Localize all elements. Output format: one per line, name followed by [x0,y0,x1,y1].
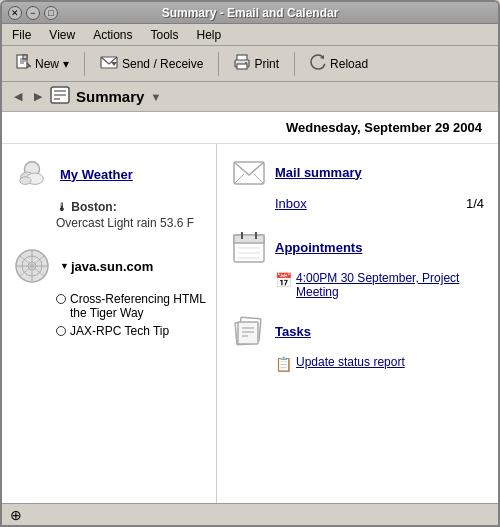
title-bar: ✕ − □ Summary - Email and Calendar [2,2,498,24]
send-receive-button[interactable]: Send / Receive [91,50,212,77]
close-button[interactable]: ✕ [8,6,22,20]
nav-title-label: Summary [76,88,144,105]
nav-title-button[interactable]: Summary ▼ [50,85,161,108]
menu-bar: File View Actions Tools Help [2,24,498,46]
list-item: JAX-RPC Tech Tip [56,324,206,338]
toolbar-separator-3 [294,52,295,76]
inbox-row: Inbox 1/4 [275,196,484,211]
print-icon [234,54,250,73]
main-window: ✕ − □ Summary - Email and Calendar File … [0,0,500,527]
main-grid: My Weather 🌡 Boston: Overcast Light rain… [2,144,498,503]
mail-section-title[interactable]: Mail summary [275,165,362,180]
radio-bullet [56,294,66,304]
news-item-label[interactable]: Cross-Referencing HTML the Tiger Way [70,292,206,320]
nav-forward-button[interactable]: ▶ [30,89,46,105]
svg-rect-41 [238,322,258,344]
appointments-section: Appointments 📅 4:00PM 30 September, Proj… [231,229,484,299]
toolbar-separator-1 [84,52,85,76]
news-items-list: Cross-Referencing HTML the Tiger Way JAX… [56,292,206,338]
location-icon: 🌡 [56,200,68,214]
inbox-link[interactable]: Inbox [275,196,307,211]
weather-description: Overcast Light rain 53.6 F [56,216,206,230]
news-title[interactable]: ▼ java.sun.com [60,259,153,274]
appointment-link[interactable]: 4:00PM 30 September, Project Meeting [296,271,484,299]
print-button[interactable]: Print [225,50,288,77]
menu-file[interactable]: File [6,26,37,44]
send-receive-icon [100,54,118,73]
weather-location: 🌡 Boston: [56,200,206,214]
nav-dropdown-icon: ▼ [150,91,161,103]
radio-bullet [56,326,66,336]
maximize-button[interactable]: □ [44,6,58,20]
date-header: Wednesday, September 29 2004 [2,112,498,144]
mail-icon [231,154,267,190]
toolbar-separator-2 [218,52,219,76]
appointments-section-title[interactable]: Appointments [275,240,362,255]
task-link[interactable]: Update status report [296,355,405,369]
reload-icon [310,54,326,73]
svg-point-12 [245,62,247,64]
minimize-button[interactable]: − [26,6,40,20]
news-item-label[interactable]: JAX-RPC Tech Tip [70,324,169,338]
nav-bar: ◀ ▶ Summary ▼ [2,82,498,112]
weather-header: My Weather [12,154,206,194]
nav-back-button[interactable]: ◀ [10,89,26,105]
tasks-header: Tasks [231,313,484,349]
mail-section: Mail summary Inbox 1/4 [231,154,484,215]
weather-section: My Weather 🌡 Boston: Overcast Light rain… [12,154,206,230]
new-dropdown-icon: ▾ [63,57,69,71]
menu-tools[interactable]: Tools [145,26,185,44]
mail-header: Mail summary [231,154,484,190]
svg-rect-11 [237,64,247,69]
news-icon [12,246,52,286]
weather-icon [12,154,52,194]
news-header: ▼ java.sun.com [12,246,206,286]
task-item: 📋 Update status report [275,355,484,372]
appointment-item: 📅 4:00PM 30 September, Project Meeting [275,271,484,299]
toolbar: New ▾ Send / Receive Print Reload [2,46,498,82]
window-title: Summary - Email and Calendar [58,6,442,20]
svg-rect-1 [23,55,27,59]
new-icon [15,54,31,73]
left-panel: My Weather 🌡 Boston: Overcast Light rain… [2,144,217,503]
appointment-icon: 📅 [275,272,292,288]
tasks-icon [231,313,267,349]
svg-rect-33 [234,235,264,243]
news-dropdown-indicator: ▼ [60,261,69,271]
summary-icon [50,85,70,108]
task-icon: 📋 [275,356,292,372]
reload-button[interactable]: Reload [301,50,377,77]
appointments-icon [231,229,267,265]
svg-point-21 [20,177,31,185]
inbox-count: 1/4 [466,196,484,211]
news-section: ▼ java.sun.com Cross-Referencing HTML th… [12,246,206,342]
appointments-header: Appointments [231,229,484,265]
window-controls: ✕ − □ [8,6,58,20]
tasks-section: Tasks 📋 Update status report [231,313,484,372]
tasks-section-title[interactable]: Tasks [275,324,311,339]
menu-help[interactable]: Help [191,26,228,44]
content-area: Wednesday, September 29 2004 [2,112,498,503]
status-bar: ⊕ [2,503,498,525]
new-button[interactable]: New ▾ [6,50,78,77]
menu-view[interactable]: View [43,26,81,44]
list-item: Cross-Referencing HTML the Tiger Way [56,292,206,320]
menu-actions[interactable]: Actions [87,26,138,44]
right-panel: Mail summary Inbox 1/4 [217,144,498,503]
status-icon: ⊕ [10,507,22,523]
weather-title[interactable]: My Weather [60,167,133,182]
